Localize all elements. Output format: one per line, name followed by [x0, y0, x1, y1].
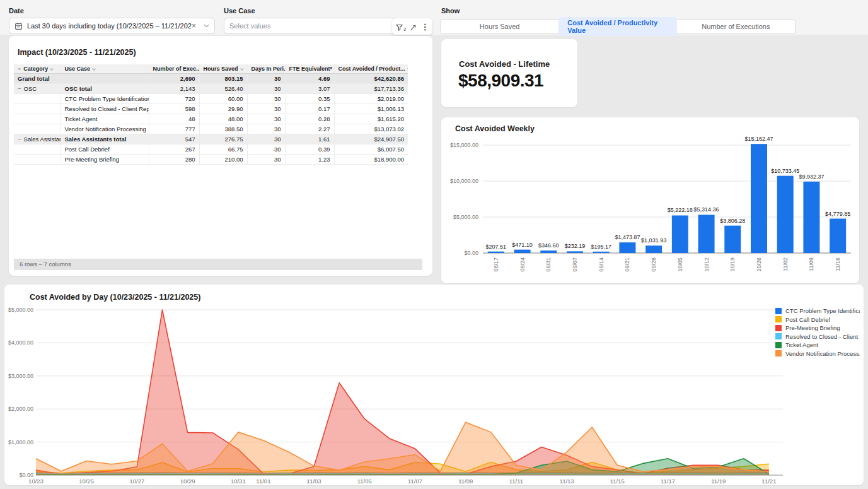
bar-value-label: $1,031.93	[641, 237, 666, 244]
clear-filter-icon[interactable]: ×	[192, 21, 196, 30]
table-cell	[14, 144, 61, 155]
weekly-bar[interactable]	[777, 176, 794, 253]
table-cell: $18,900.00	[334, 155, 408, 165]
table-row: Resolved to Closed - Client Reply59829.9…	[14, 104, 408, 114]
weekly-bar[interactable]	[724, 226, 741, 253]
bar-value-label: $5,222.18	[668, 207, 693, 213]
x-axis-label: 10/19	[729, 257, 736, 272]
table-cell: 30	[247, 74, 285, 84]
x-axis-label: 11/09	[458, 478, 473, 485]
table-cell: 48.00	[199, 114, 247, 124]
show-toggle-option[interactable]: Hours Saved	[441, 20, 558, 33]
weekly-bar[interactable]	[698, 215, 715, 253]
table-cell: $42,620.86	[334, 74, 408, 84]
table-cell: OSC total	[61, 84, 149, 94]
show-toggle-option[interactable]: Number of Executions	[677, 20, 795, 33]
table-cell: 0.39	[285, 144, 334, 155]
table-cell: 547	[149, 134, 199, 144]
x-axis-label: 08/17	[493, 257, 499, 272]
collapse-all-icon[interactable]: −	[18, 66, 21, 72]
table-row: Vendor Notification Processing777388.503…	[14, 124, 408, 134]
table-footer: 6 rows – 7 columns	[14, 259, 422, 270]
table-cell: Pre-Meeting Briefing	[61, 155, 149, 165]
bar-value-label: $9,932.37	[799, 174, 824, 180]
x-axis-label: 11/01	[256, 478, 270, 485]
column-header[interactable]: −Category	[14, 64, 61, 74]
table-row: Grand total2,690803.15304.69$42,620.86	[14, 74, 408, 84]
kebab-menu-icon[interactable]: ⋮	[421, 21, 429, 32]
bar-value-label: $5,314.36	[694, 206, 719, 213]
table-cell: $17,713.36	[334, 84, 408, 94]
table-cell: $6,007.50	[334, 144, 408, 155]
weekly-bar[interactable]	[593, 252, 610, 253]
table-cell: 0.35	[285, 94, 334, 104]
legend-label: Post Call Debrief	[785, 316, 830, 323]
use-case-filter[interactable]: Select values	[224, 18, 396, 34]
legend-item[interactable]: Vendor Notification Process...	[775, 350, 860, 357]
y-axis-label: $15,000.00	[450, 142, 478, 148]
use-case-placeholder: Select values	[229, 22, 270, 30]
date-filter-label: Date	[9, 7, 24, 15]
table-cell: $13,073.02	[334, 124, 408, 134]
column-header[interactable]: Cost Avoided / Product...	[334, 64, 408, 74]
legend-swatch	[775, 316, 782, 322]
table-cell: $24,907.50	[334, 134, 408, 144]
weekly-bar[interactable]	[672, 215, 688, 253]
column-header[interactable]: Number of Exec...	[149, 64, 199, 74]
area-series-fill[interactable]	[36, 310, 769, 475]
legend-item[interactable]: Ticket Agent	[775, 341, 860, 348]
table-cell	[61, 74, 149, 84]
weekly-bar[interactable]	[567, 251, 583, 253]
column-header[interactable]: FTE Equivalent*	[285, 64, 334, 74]
table-cell: −Sales Assistants	[14, 134, 61, 144]
table-cell: 0.17	[285, 104, 334, 114]
column-header[interactable]: Days In Peri...	[247, 64, 285, 74]
toggle-option-label: Hours Saved	[471, 21, 529, 32]
collapse-group-icon[interactable]: −	[18, 85, 21, 92]
weekly-bar[interactable]	[514, 250, 531, 253]
legend-item[interactable]: Pre-Meeting Briefing	[775, 324, 860, 331]
table-row: Pre-Meeting Briefing280210.00301.23$18,9…	[14, 155, 408, 165]
table-row: Post Call Debrief26766.75300.39$6,007.50	[14, 144, 408, 155]
weekly-bar[interactable]	[803, 182, 819, 253]
show-toggle-option[interactable]: Cost Avoided / Productivity Value	[558, 20, 676, 33]
table-cell	[14, 124, 61, 134]
weekly-bar[interactable]	[645, 245, 662, 253]
bar-value-label: $4,779.85	[825, 211, 850, 217]
x-axis-label: 11/19	[711, 478, 726, 485]
legend-item[interactable]: CTC Problem Type Identifica...	[775, 307, 860, 314]
filter-funnel-icon[interactable]: 2	[395, 21, 406, 32]
table-row: −Sales AssistantsSales Assistants total5…	[14, 134, 408, 144]
expand-icon[interactable]	[409, 21, 417, 32]
chevron-down-icon[interactable]	[204, 24, 209, 28]
legend-item[interactable]: Resolved to Closed - Client ...	[775, 333, 860, 340]
bar-value-label: $1,473.87	[615, 234, 640, 240]
date-filter[interactable]: Last 30 days including today (10/23/2025…	[9, 18, 215, 34]
y-axis-label: $0.00	[464, 250, 478, 256]
x-axis-label: 08/24	[519, 257, 526, 272]
table-cell	[14, 104, 61, 114]
use-case-filter-label: Use Case	[224, 7, 255, 15]
daily-area-chart[interactable]: $0.00$1,000.00$2,000.00$3,000.00$4,000.0…	[4, 285, 864, 485]
bar-value-label: $3,806.28	[720, 218, 745, 224]
weekly-bar-chart[interactable]: $0.00$5,000.00$10,000.00$15,000.00$207.5…	[441, 117, 859, 283]
weekly-bar[interactable]	[751, 144, 767, 253]
column-header[interactable]: Use Case	[61, 64, 149, 74]
x-axis-label: 10/12	[703, 257, 710, 272]
table-cell: Ticket Agent	[61, 114, 149, 124]
collapse-group-icon[interactable]: −	[18, 136, 21, 143]
weekly-bar[interactable]	[619, 242, 635, 253]
chart-legend: CTC Problem Type Identifica...Post Call …	[775, 307, 860, 358]
table-cell: Resolved to Closed - Client Reply	[61, 104, 149, 114]
y-axis-label: $5,000.00	[453, 214, 478, 220]
weekly-bar[interactable]	[540, 250, 557, 253]
legend-label: Ticket Agent	[785, 341, 818, 348]
legend-item[interactable]: Post Call Debrief	[775, 316, 860, 323]
weekly-bar[interactable]	[830, 219, 846, 253]
legend-label: Resolved to Closed - Client ...	[785, 333, 860, 340]
table-cell: 276.75	[199, 134, 247, 144]
column-header[interactable]: Hours Saved	[199, 64, 247, 74]
weekly-bar[interactable]	[488, 252, 504, 253]
show-toggle: Hours SavedCost Avoided / Productivity V…	[440, 19, 796, 34]
x-axis-label: 11/16	[835, 257, 841, 271]
